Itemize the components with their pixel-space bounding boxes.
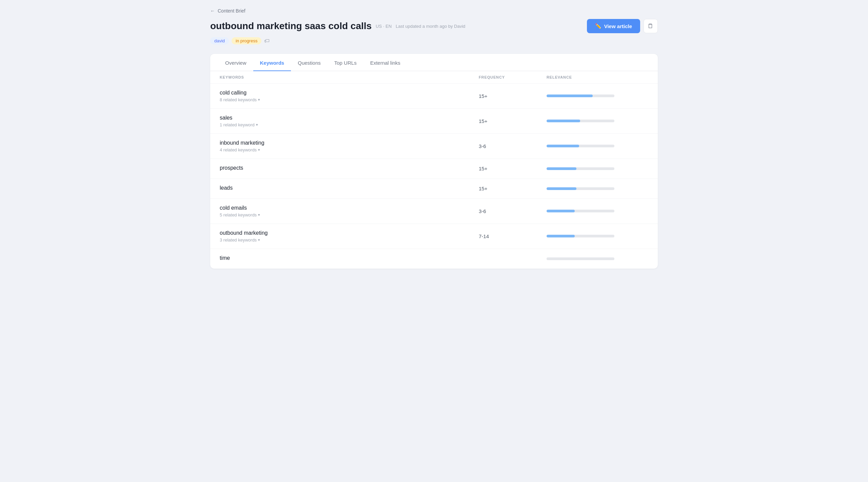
- related-keywords-link[interactable]: 3 related keywords ▾: [220, 237, 479, 243]
- related-keywords-label: 3 related keywords: [220, 237, 257, 243]
- keyword-name: leads: [220, 185, 479, 191]
- relevance-bar-bg: [547, 95, 614, 97]
- relevance-bar-fill: [547, 167, 576, 170]
- relevance-bar-bg: [547, 210, 614, 212]
- frequency-cell: 7-14: [479, 233, 547, 239]
- tags-row: david in progress 🏷: [210, 37, 658, 44]
- chevron-down-icon: ▾: [258, 148, 260, 152]
- tab-top-urls[interactable]: Top URLs: [328, 54, 363, 71]
- keyword-name: prospects: [220, 165, 479, 171]
- frequency-cell: 15+: [479, 118, 547, 124]
- chevron-down-icon: ▾: [256, 123, 258, 127]
- frequency-cell: 15+: [479, 93, 547, 99]
- col-frequency: FREQUENCY: [479, 75, 547, 79]
- frequency-cell: 3-6: [479, 208, 547, 214]
- doc-icon: 🗒: [648, 23, 654, 30]
- relevance-bar-fill: [547, 235, 575, 237]
- related-keywords-link[interactable]: 4 related keywords ▾: [220, 147, 479, 152]
- keywords-list: cold calling 8 related keywords ▾ 15+ sa…: [210, 84, 658, 269]
- back-link[interactable]: ← Content Brief: [210, 8, 658, 14]
- view-article-label: View article: [604, 23, 632, 29]
- relevance-cell: [547, 120, 648, 122]
- relevance-cell: [547, 257, 648, 260]
- relevance-cell: [547, 187, 648, 190]
- keyword-cell: sales 1 related keyword ▾: [220, 115, 479, 127]
- keyword-name: cold emails: [220, 205, 479, 211]
- relevance-cell: [547, 235, 648, 237]
- locale-badge: US · EN: [376, 24, 392, 29]
- keyword-name: outbound marketing: [220, 230, 479, 236]
- tab-questions[interactable]: Questions: [291, 54, 328, 71]
- tag-in-progress[interactable]: in progress: [232, 37, 261, 44]
- relevance-bar-bg: [547, 167, 614, 170]
- keyword-cell: cold calling 8 related keywords ▾: [220, 90, 479, 102]
- tag-david[interactable]: david: [210, 37, 229, 44]
- related-keywords-label: 8 related keywords: [220, 97, 257, 102]
- table-row: leads 15+: [210, 179, 658, 199]
- view-article-button[interactable]: ✏️ View article: [587, 19, 640, 33]
- chevron-down-icon: ▾: [258, 213, 260, 217]
- content-card: Overview Keywords Questions Top URLs Ext…: [210, 54, 658, 269]
- relevance-cell: [547, 210, 648, 212]
- table-row: outbound marketing 3 related keywords ▾ …: [210, 224, 658, 249]
- related-keywords-link[interactable]: 5 related keywords ▾: [220, 212, 479, 217]
- keyword-cell: outbound marketing 3 related keywords ▾: [220, 230, 479, 243]
- relevance-bar-fill: [547, 95, 593, 97]
- tabs: Overview Keywords Questions Top URLs Ext…: [210, 54, 658, 71]
- keyword-cell: prospects: [220, 165, 479, 172]
- pencil-icon: ✏️: [595, 23, 601, 29]
- table-row: prospects 15+: [210, 159, 658, 179]
- tab-overview[interactable]: Overview: [218, 54, 253, 71]
- table-row: sales 1 related keyword ▾ 15+: [210, 109, 658, 134]
- relevance-cell: [547, 95, 648, 97]
- keyword-cell: inbound marketing 4 related keywords ▾: [220, 140, 479, 152]
- relevance-bar-fill: [547, 145, 579, 147]
- last-updated: Last updated a month ago by David: [396, 24, 465, 29]
- table-header: KEYWORDS FREQUENCY RELEVANCE: [210, 71, 658, 84]
- keyword-name: inbound marketing: [220, 140, 479, 146]
- relevance-bar-fill: [547, 210, 575, 212]
- back-arrow-icon: ←: [210, 8, 215, 14]
- table-row: cold emails 5 related keywords ▾ 3-6: [210, 199, 658, 224]
- tag-add-icon[interactable]: 🏷: [264, 38, 270, 44]
- document-icon-button[interactable]: 🗒: [644, 19, 658, 33]
- tab-keywords[interactable]: Keywords: [253, 54, 291, 71]
- keyword-name: cold calling: [220, 90, 479, 96]
- frequency-cell: 15+: [479, 166, 547, 171]
- relevance-bar-bg: [547, 257, 614, 260]
- frequency-cell: 3-6: [479, 143, 547, 149]
- col-keywords: KEYWORDS: [220, 75, 479, 79]
- back-label: Content Brief: [218, 8, 245, 14]
- chevron-down-icon: ▾: [258, 98, 260, 102]
- keyword-cell: leads: [220, 185, 479, 192]
- relevance-bar-bg: [547, 187, 614, 190]
- page-title: outbound marketing saas cold calls: [210, 21, 372, 32]
- related-keywords-label: 5 related keywords: [220, 212, 257, 217]
- relevance-cell: [547, 145, 648, 147]
- tab-external-links[interactable]: External links: [363, 54, 407, 71]
- col-relevance: RELEVANCE: [547, 75, 648, 79]
- keyword-name: time: [220, 255, 479, 261]
- relevance-cell: [547, 167, 648, 170]
- frequency-cell: 15+: [479, 186, 547, 191]
- related-keywords-label: 4 related keywords: [220, 147, 257, 152]
- table-row: inbound marketing 4 related keywords ▾ 3…: [210, 134, 658, 159]
- relevance-bar-bg: [547, 120, 614, 122]
- keyword-name: sales: [220, 115, 479, 121]
- related-keywords-label: 1 related keyword: [220, 122, 255, 127]
- keyword-cell: time: [220, 255, 479, 263]
- table-row: cold calling 8 related keywords ▾ 15+: [210, 84, 658, 109]
- relevance-bar-fill: [547, 120, 580, 122]
- relevance-bar-fill: [547, 187, 576, 190]
- chevron-down-icon: ▾: [258, 238, 260, 242]
- keyword-cell: cold emails 5 related keywords ▾: [220, 205, 479, 217]
- relevance-bar-bg: [547, 145, 614, 147]
- related-keywords-link[interactable]: 1 related keyword ▾: [220, 122, 479, 127]
- table-row: time: [210, 249, 658, 269]
- relevance-bar-bg: [547, 235, 614, 237]
- related-keywords-link[interactable]: 8 related keywords ▾: [220, 97, 479, 102]
